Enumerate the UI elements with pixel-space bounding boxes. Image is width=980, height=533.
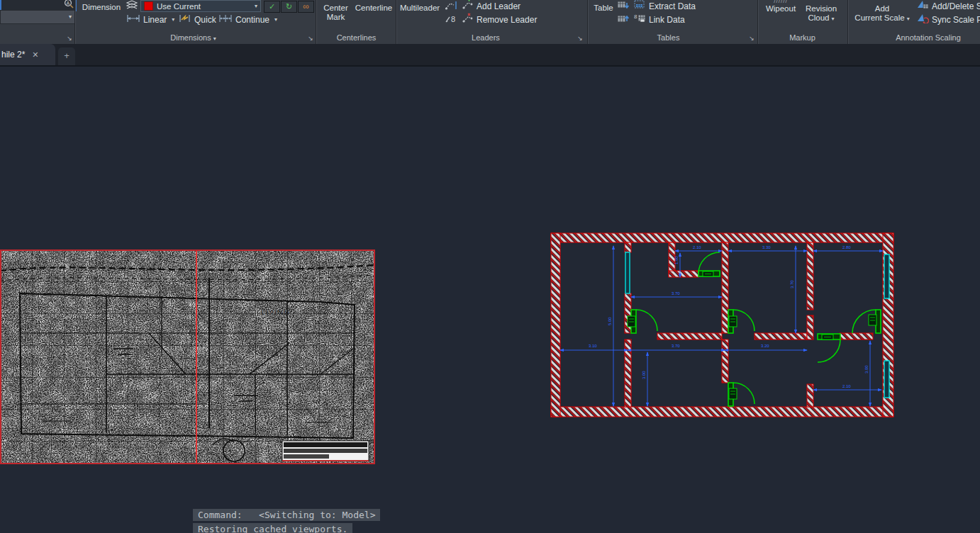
extract-data-button[interactable]: Extract Data	[634, 0, 696, 12]
add-leader-label: Add Leader	[477, 1, 520, 11]
svg-text:8: 8	[451, 15, 455, 23]
annotation-scaling-panel-label[interactable]: Annotation Scaling	[864, 33, 980, 43]
file-tab-title: hile 2*	[0, 50, 25, 60]
dimension-button-label: Dimension	[82, 3, 121, 11]
text-panel-expander[interactable]: ↘	[65, 34, 74, 43]
add-delete-scales-button[interactable]: Add/Delete S	[916, 0, 980, 12]
command-line-echo-1[interactable]: Command: <Switching to: Model>	[193, 509, 380, 521]
revision-cloud-label-line1: Revision	[806, 4, 837, 13]
table-upload-icon[interactable]	[617, 13, 630, 27]
plan-windows[interactable]	[625, 252, 889, 398]
quick-dimension-button[interactable]: Quick	[179, 13, 216, 26]
dim-text: 3.70	[790, 280, 794, 288]
plan-walls[interactable]	[551, 233, 893, 417]
tables-panel-expander[interactable]: ↘	[747, 34, 756, 43]
multileader-label: Multileader	[400, 4, 440, 12]
revision-cloud-button[interactable]: Revision Cloud▾	[800, 4, 842, 23]
linear-dimension-icon	[126, 13, 140, 26]
quick-label: Quick	[194, 15, 216, 25]
add-current-scale-button[interactable]: Add Current Scale▾	[852, 4, 912, 23]
add-current-scale-label-line1: Add	[875, 4, 889, 13]
svg-text:A: A	[66, 1, 69, 6]
centerlines-panel-label[interactable]: Centerlines	[319, 33, 394, 43]
close-tab-icon[interactable]: ✕	[32, 50, 38, 60]
add-leader-icon	[462, 0, 474, 13]
dim-text: 3.20	[761, 344, 769, 348]
command-line-echo-2[interactable]: Restoring cached viewports.	[193, 523, 352, 533]
sync-scale-positions-button[interactable]: Sync Scale Po	[916, 13, 980, 26]
link-data-icon: 8	[634, 13, 646, 26]
dim-text: 2.10	[693, 245, 701, 249]
collect-leader-icon[interactable]: 8	[445, 13, 459, 27]
table-download-icon[interactable]	[617, 0, 630, 13]
remove-leader-label: Remove Leader	[477, 15, 537, 25]
new-tab-button[interactable]: +	[58, 47, 75, 65]
dimensions-panel-expander[interactable]: ↘	[306, 34, 315, 43]
link-data-label: Link Data	[649, 15, 685, 25]
dim-style-value: Use Current	[157, 2, 201, 11]
table-button[interactable]: Table	[591, 4, 616, 13]
dim-text: 1.60	[674, 256, 679, 264]
link-data-button[interactable]: 8 Link Data	[634, 13, 685, 26]
dim-text: 3.00	[864, 365, 869, 374]
chevron-down-icon: ▾	[274, 16, 277, 23]
dim-text: 3.10	[589, 344, 597, 348]
refresh-button[interactable]: ↻	[281, 1, 297, 13]
extract-data-label: Extract Data	[649, 1, 696, 11]
remove-leader-icon	[462, 13, 474, 26]
multileader-button[interactable]: Multileader	[398, 4, 442, 13]
chevron-down-icon: ▾	[172, 16, 174, 23]
dim-style-combo[interactable]: Use Current ▾	[140, 0, 261, 12]
check-button[interactable]: ✓	[264, 1, 280, 13]
markup-panel-label[interactable]: Markup	[764, 33, 840, 43]
add-leader-button[interactable]: Add Leader	[462, 0, 520, 12]
quick-dimension-icon	[179, 13, 191, 26]
file-tab-active[interactable]: hile 2* ✕	[0, 44, 55, 65]
dim-style-color-swatch	[144, 1, 153, 11]
scan-title-block	[282, 441, 369, 461]
infinity-button[interactable]: ∞	[298, 1, 314, 13]
wipeout-label: Wipeout	[766, 4, 796, 13]
chevron-down-icon: ▾	[69, 13, 72, 20]
scan-room-label: LIVING	[261, 308, 291, 316]
continue-dimension-button[interactable]: Continue ▾	[218, 13, 277, 26]
dim-text: 5.00	[608, 317, 612, 325]
dim-text: 3.00	[642, 371, 646, 379]
center-mark-label: Center Mark	[323, 4, 348, 21]
chevron-down-icon: ▾	[907, 16, 910, 22]
revision-cloud-label-line2: Cloud	[808, 13, 829, 22]
dim-text: 2.10	[842, 384, 851, 388]
dimensions-panel-label[interactable]: Dimensions▾	[135, 33, 252, 43]
scanned-image-attachment[interactable]: LIVING	[0, 249, 375, 464]
leader-cursor-icon[interactable]	[445, 0, 459, 13]
model-space-canvas[interactable]: LIVING	[0, 65, 980, 533]
continue-label: Continue	[235, 15, 269, 25]
extract-data-icon	[634, 0, 646, 13]
tables-panel-label[interactable]: Tables	[631, 33, 706, 43]
dim-text: 3.70	[672, 291, 680, 296]
annotation-scale-sync-icon	[916, 13, 929, 26]
wipeout-button[interactable]: Wipeout	[762, 4, 800, 13]
text-style-combo[interactable]: ▾	[0, 10, 75, 24]
chevron-down-icon: ▾	[832, 16, 835, 22]
centerline-label: Centerline	[355, 4, 392, 12]
dim-text: 3.30	[762, 245, 771, 249]
center-mark-button[interactable]: Center Mark	[319, 4, 352, 22]
ribbon: A ▾ ↘ Dimension Use Current ▾ ✓ ↻ ∞ Line…	[0, 0, 980, 45]
add-current-scale-label-line2: Current Scale	[854, 13, 904, 22]
centerline-button[interactable]: Centerline	[353, 4, 394, 13]
continue-dimension-icon	[218, 13, 233, 26]
linear-button[interactable]: Linear ▾	[126, 13, 174, 26]
floor-plan-drawing[interactable]: 2.10 3.30 2.80 1.60 3.70 3.70 5.00 3.10 …	[550, 232, 895, 418]
leaders-panel-label[interactable]: Leaders	[440, 33, 532, 43]
remove-leader-button[interactable]: Remove Leader	[462, 13, 537, 26]
dimension-button[interactable]: Dimension	[78, 3, 125, 12]
leaders-panel-expander[interactable]: ↘	[576, 34, 584, 43]
table-label: Table	[594, 4, 613, 12]
linear-label: Linear	[143, 15, 167, 25]
autocad-window: A ▾ ↘ Dimension Use Current ▾ ✓ ↻ ∞ Line…	[0, 0, 980, 533]
dim-text: 2.80	[842, 245, 851, 249]
annotation-scale-list-icon	[916, 0, 929, 13]
svg-text:8: 8	[634, 13, 637, 20]
add-delete-scales-label: Add/Delete S	[932, 1, 980, 11]
